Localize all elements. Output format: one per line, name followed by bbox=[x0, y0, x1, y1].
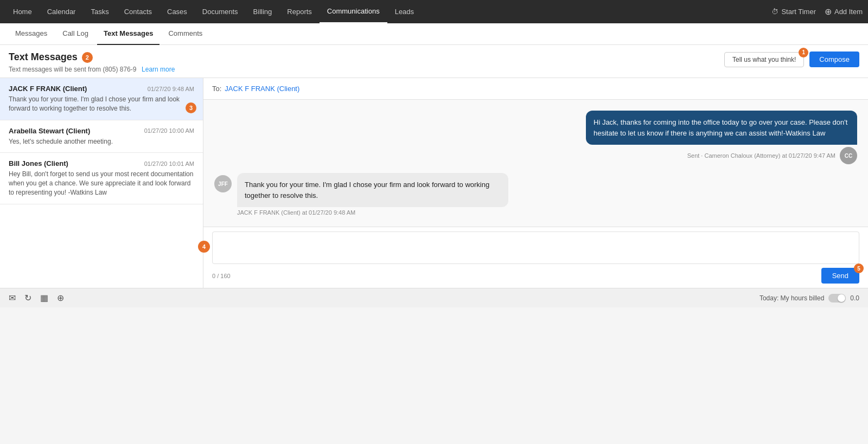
subtitle-text: Text messages will be sent from (805) 87… bbox=[9, 66, 136, 73]
to-label: To: bbox=[212, 85, 221, 93]
nav-right: ⏱ Start Timer ⊕ Add Item bbox=[771, 7, 863, 17]
conv-date: 01/27/20 10:00 AM bbox=[144, 127, 194, 134]
tab-text-messages[interactable]: Text Messages bbox=[97, 23, 160, 45]
compose-button[interactable]: Compose bbox=[809, 52, 859, 67]
message-meta-text: Sent · Cameron Chaloux (Attorney) at 01/… bbox=[687, 152, 835, 159]
nav-calendar[interactable]: Calendar bbox=[40, 0, 84, 23]
message-bubble-sent: Hi Jack, thanks for coming into the offi… bbox=[586, 111, 857, 145]
char-count: 0 / 160 bbox=[212, 273, 231, 279]
thread-recipient[interactable]: JACK F FRANK (Client) bbox=[225, 85, 299, 93]
page-title: Text Messages bbox=[9, 52, 78, 63]
email-icon[interactable]: ✉ bbox=[9, 293, 16, 303]
bottom-bar-left: ✉ ↻ ▦ ⊕ bbox=[9, 293, 64, 303]
conv-name: Bill Jones (Client) bbox=[9, 159, 68, 168]
conversation-item[interactable]: Arabella Stewart (Client) 01/27/20 10:00… bbox=[0, 120, 203, 153]
message-meta: Sent · Cameron Chaloux (Attorney) at 01/… bbox=[687, 147, 857, 164]
subtitle-row: Text messages will be sent from (805) 87… bbox=[9, 65, 175, 73]
conv-name: JACK F FRANK (Client) bbox=[9, 85, 87, 93]
nav-items: Home Calendar Tasks Contacts Cases Docum… bbox=[5, 0, 771, 23]
body-split: JACK F FRANK (Client) 01/27/20 9:48 AM T… bbox=[0, 78, 868, 288]
message-bubble-received: Thank you for your time. I'm glad I chos… bbox=[237, 173, 508, 207]
conv-header: Arabella Stewart (Client) 01/27/20 10:00… bbox=[9, 127, 194, 135]
calendar-icon[interactable]: ▦ bbox=[40, 293, 48, 303]
page-header: Text Messages 2 Text messages will be se… bbox=[0, 45, 868, 78]
top-nav: Home Calendar Tasks Contacts Cases Docum… bbox=[0, 0, 868, 23]
send-button[interactable]: Send bbox=[821, 268, 859, 284]
nav-leads[interactable]: Leads bbox=[387, 0, 422, 23]
timer-icon: ⏱ bbox=[771, 8, 778, 16]
conv-date: 01/27/20 9:48 AM bbox=[148, 86, 194, 92]
conversation-item[interactable]: JACK F FRANK (Client) 01/27/20 9:48 AM T… bbox=[0, 78, 203, 120]
message-thread-panel: To: JACK F FRANK (Client) Hi Jack, thank… bbox=[203, 78, 868, 288]
plus-icon: ⊕ bbox=[825, 7, 832, 17]
compose-wrapper: 4 bbox=[203, 227, 868, 266]
conv-preview: Thank you for your time. I'm glad I chos… bbox=[9, 95, 194, 113]
conv-badge: 3 bbox=[186, 102, 196, 113]
page-title-row: Text Messages 2 bbox=[9, 52, 175, 63]
hours-toggle[interactable] bbox=[828, 294, 846, 303]
refresh-icon[interactable]: ↻ bbox=[24, 293, 31, 303]
conv-name: Arabella Stewart (Client) bbox=[9, 127, 90, 135]
page-header-left: Text Messages 2 Text messages will be se… bbox=[9, 52, 175, 73]
add-icon[interactable]: ⊕ bbox=[57, 293, 64, 303]
nav-home[interactable]: Home bbox=[5, 0, 40, 23]
conversation-item[interactable]: Bill Jones (Client) 01/27/20 10:01 AM He… bbox=[0, 153, 203, 204]
hours-value: 0.0 bbox=[850, 294, 859, 302]
conv-date: 01/27/20 10:01 AM bbox=[144, 160, 194, 167]
compose-badge: 4 bbox=[198, 241, 210, 253]
message-input[interactable] bbox=[212, 231, 859, 264]
send-button-container: Send 5 bbox=[821, 268, 859, 284]
bottom-bar: ✉ ↻ ▦ ⊕ Today: My hours billed 0.0 bbox=[0, 288, 868, 307]
tab-messages[interactable]: Messages bbox=[9, 23, 54, 45]
unread-badge: 2 bbox=[82, 52, 93, 63]
nav-tasks[interactable]: Tasks bbox=[83, 0, 116, 23]
sub-nav: Messages Call Log Text Messages Comments bbox=[0, 23, 868, 45]
nav-cases[interactable]: Cases bbox=[159, 0, 195, 23]
feedback-button[interactable]: Tell us what you think! bbox=[724, 52, 804, 67]
add-item-button[interactable]: ⊕ Add Item bbox=[825, 7, 863, 17]
page-header-right: Tell us what you think! 1 Compose bbox=[724, 52, 859, 67]
conv-header: JACK F FRANK (Client) 01/27/20 9:48 AM bbox=[9, 85, 194, 93]
start-timer-label: Start Timer bbox=[781, 8, 816, 16]
conv-preview: Yes, let's schedule another meeting. bbox=[9, 137, 194, 146]
toggle-thumb bbox=[838, 294, 845, 302]
message-received-content: Thank you for your time. I'm glad I chos… bbox=[237, 173, 508, 216]
nav-documents[interactable]: Documents bbox=[195, 0, 246, 23]
tab-comments[interactable]: Comments bbox=[162, 23, 209, 45]
nav-contacts[interactable]: Contacts bbox=[117, 0, 159, 23]
thread-header: To: JACK F FRANK (Client) bbox=[203, 78, 868, 100]
feedback-container: Tell us what you think! 1 bbox=[724, 52, 804, 67]
message-sent: Hi Jack, thanks for coming into the offi… bbox=[214, 111, 857, 164]
start-timer-button[interactable]: ⏱ Start Timer bbox=[771, 8, 816, 16]
bottom-bar-right: Today: My hours billed 0.0 bbox=[760, 294, 859, 303]
messages-area: Hi Jack, thanks for coming into the offi… bbox=[203, 100, 868, 227]
conv-preview: Hey Bill, don't forget to send us your m… bbox=[9, 170, 194, 197]
sender-avatar: CC bbox=[840, 147, 857, 164]
message-received-meta: JACK F FRANK (Client) at 01/27/20 9:48 A… bbox=[237, 209, 508, 216]
receiver-avatar: JFF bbox=[214, 175, 232, 192]
add-item-label: Add Item bbox=[834, 8, 863, 16]
nav-reports[interactable]: Reports bbox=[279, 0, 320, 23]
message-received: JFF Thank you for your time. I'm glad I … bbox=[214, 173, 857, 216]
feedback-badge: 1 bbox=[799, 48, 808, 57]
nav-communications[interactable]: Communications bbox=[320, 0, 387, 23]
compose-area: 4 0 / 160 Send 5 bbox=[203, 227, 868, 288]
compose-footer: 0 / 160 Send 5 bbox=[203, 266, 868, 288]
nav-billing[interactable]: Billing bbox=[246, 0, 280, 23]
tab-call-log[interactable]: Call Log bbox=[56, 23, 95, 45]
conv-header: Bill Jones (Client) 01/27/20 10:01 AM bbox=[9, 159, 194, 168]
hours-billed-label: Today: My hours billed bbox=[760, 294, 824, 302]
conversations-list: JACK F FRANK (Client) 01/27/20 9:48 AM T… bbox=[0, 78, 203, 288]
learn-more-link[interactable]: Learn more bbox=[142, 66, 175, 73]
send-badge: 5 bbox=[854, 263, 864, 273]
